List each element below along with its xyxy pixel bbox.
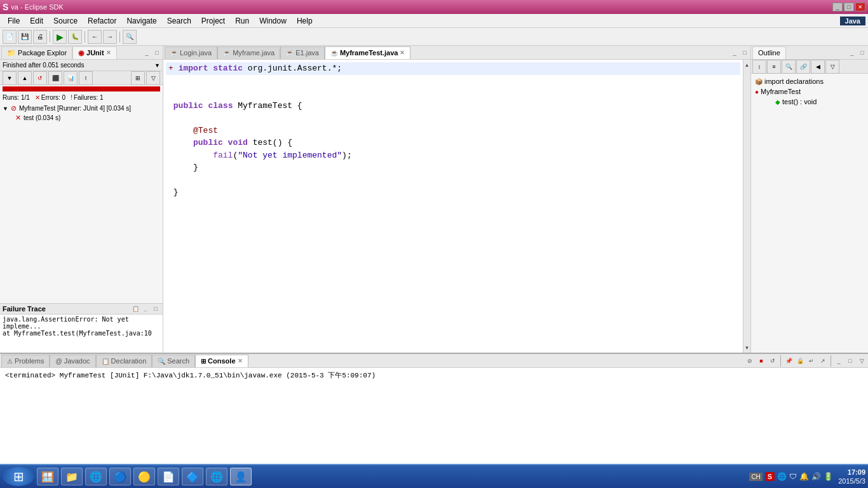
- outline-link-btn[interactable]: 🔗: [796, 60, 810, 74]
- failure-icon: !: [71, 94, 72, 101]
- junit-menu[interactable]: ▽: [146, 71, 160, 85]
- failure-trace-copy-btn[interactable]: 📋: [131, 304, 140, 313]
- menu-navigate[interactable]: Navigate: [121, 15, 161, 27]
- toolbar-sep1: [50, 31, 50, 43]
- menu-project[interactable]: Project: [196, 15, 230, 27]
- test-tree-root[interactable]: ▼ ⊘ MyframeTest [Runner: JUnit 4] [0.034…: [1, 104, 161, 113]
- run-button[interactable]: ▶: [53, 30, 67, 44]
- tab-login-java[interactable]: ☕ Login.java: [165, 46, 217, 59]
- tab-console[interactable]: ⊞ Console ✕: [195, 355, 248, 367]
- outline-method[interactable]: ◆ test() : void: [774, 97, 865, 107]
- taskbar-app-5[interactable]: 📄: [158, 468, 179, 485]
- editor-minimize-btn[interactable]: _: [730, 48, 739, 57]
- taskbar-app-4[interactable]: 🟡: [133, 468, 155, 485]
- tab-search[interactable]: 🔍 Search: [152, 355, 195, 367]
- console-word-wrap-btn[interactable]: ↵: [806, 356, 817, 366]
- junit-scroll-up[interactable]: ▲: [18, 71, 32, 85]
- outline-maximize-btn[interactable]: □: [858, 48, 867, 57]
- menu-help[interactable]: Help: [292, 15, 318, 27]
- back-button[interactable]: ←: [88, 30, 102, 44]
- scroll-up-arrow[interactable]: ▲: [745, 61, 750, 69]
- outline-content: 📦 import declarations ● MyframeTest ◆ te…: [751, 74, 868, 353]
- bottom-tabs: ⚠ Problems @ Javadoc 📋 Declaration 🔍 Sea…: [1, 355, 248, 367]
- tab-package-explorer[interactable]: 📁 Package Explor: [1, 46, 72, 59]
- taskbar-app-2[interactable]: 🌐: [85, 468, 107, 485]
- console-open-btn[interactable]: ↗: [818, 356, 828, 366]
- taskbar-app-0[interactable]: 🪟: [37, 468, 58, 485]
- taskbar-app-7[interactable]: 🌐: [206, 468, 227, 485]
- minimize-button[interactable]: _: [832, 3, 843, 11]
- outline-collapse-btn[interactable]: ◀: [811, 60, 825, 74]
- new-button[interactable]: 📄: [3, 30, 17, 44]
- print-button[interactable]: 🖨: [33, 30, 47, 44]
- start-button[interactable]: ⊞: [3, 467, 34, 486]
- perspective-java-badge[interactable]: Java: [840, 17, 865, 25]
- menu-source[interactable]: Source: [48, 15, 83, 27]
- outline-imports[interactable]: 📦 import declarations: [754, 76, 865, 86]
- outline-minimize-btn[interactable]: _: [848, 48, 857, 57]
- junit-hist[interactable]: 📊: [64, 71, 78, 85]
- code-line-1: + import static org.junit.Assert.*;: [166, 62, 740, 75]
- taskbar-app-6[interactable]: 🔷: [182, 468, 203, 485]
- save-button[interactable]: 💾: [18, 30, 32, 44]
- taskbar-app-1[interactable]: 📁: [61, 468, 83, 485]
- menu-run[interactable]: Run: [230, 15, 254, 27]
- code-line-3: [166, 87, 740, 100]
- menu-window[interactable]: Window: [254, 15, 292, 27]
- outline-filter-btn[interactable]: 🔍: [782, 60, 796, 74]
- tab-junit[interactable]: ◉ JUnit ✕: [72, 46, 117, 59]
- outline-menu-btn[interactable]: ▽: [825, 60, 839, 74]
- test-tree-child-0[interactable]: ✕ test (0.034 s): [14, 113, 161, 123]
- debug-button[interactable]: 🐛: [68, 30, 82, 44]
- editor-content[interactable]: + import static org.junit.Assert.*; publ…: [163, 60, 743, 353]
- outline-class[interactable]: ● MyframeTest: [754, 86, 865, 97]
- junit-layout[interactable]: ⊞: [131, 71, 145, 85]
- junit-show-only-fail[interactable]: !: [79, 71, 93, 85]
- console-pin-btn[interactable]: 📌: [783, 356, 794, 366]
- tab-outline[interactable]: Outline: [752, 46, 786, 59]
- editor-maximize-btn[interactable]: □: [740, 48, 749, 57]
- input-method-badge[interactable]: CH: [749, 473, 762, 481]
- forward-button[interactable]: →: [103, 30, 117, 44]
- junit-run-all[interactable]: ▼: [3, 71, 17, 85]
- menu-refactor[interactable]: Refactor: [83, 15, 121, 27]
- bottom-maximize-btn[interactable]: □: [845, 356, 855, 366]
- outline-sort-btn[interactable]: ↕: [752, 60, 766, 74]
- bottom-view-btn[interactable]: ▽: [857, 356, 867, 366]
- menu-edit[interactable]: Edit: [25, 15, 48, 27]
- console-scroll-lock-btn[interactable]: 🔒: [795, 356, 805, 366]
- editor-tabs: ☕ Login.java ☕ Myframe.java ☕ E1.java ☕ …: [165, 46, 410, 59]
- taskbar-app-eclipse[interactable]: 👤: [230, 468, 252, 485]
- junit-rerun-failed[interactable]: ↺: [33, 71, 47, 85]
- failure-trace-maximize-btn[interactable]: □: [151, 304, 160, 313]
- outline-categorize-btn[interactable]: ≡: [767, 60, 781, 74]
- menu-file[interactable]: File: [3, 15, 25, 27]
- console-clear-btn[interactable]: ⊘: [745, 356, 755, 366]
- bottom-minimize-btn[interactable]: _: [834, 356, 844, 366]
- tab-declaration[interactable]: 📋 Declaration: [96, 355, 153, 367]
- tab-e1-java[interactable]: ☕ E1.java: [280, 46, 325, 59]
- clock[interactable]: 17:09 2015/5/3: [838, 468, 865, 486]
- bottom-sep2: [831, 355, 831, 367]
- minimize-left-button[interactable]: _: [142, 48, 151, 57]
- maximize-left-button[interactable]: □: [153, 48, 161, 57]
- editor-tab-close-icon[interactable]: ✕: [400, 50, 405, 56]
- tab-myframe-java[interactable]: ☕ Myframe.java: [217, 46, 280, 59]
- console-terminate-btn[interactable]: ■: [756, 356, 766, 366]
- console-tab-close-icon[interactable]: ✕: [238, 358, 243, 364]
- tab-problems[interactable]: ⚠ Problems: [1, 355, 50, 367]
- scroll-down-arrow[interactable]: ▼: [745, 344, 750, 351]
- junit-stop[interactable]: ⬛: [48, 71, 62, 85]
- failure-trace-minimize-btn[interactable]: _: [141, 304, 150, 313]
- editor-scrollbar[interactable]: ▲ ▼: [743, 60, 750, 353]
- close-button[interactable]: ✕: [855, 3, 865, 11]
- tab-myframetest-java[interactable]: ☕ MyframeTest.java ✕: [325, 46, 411, 59]
- taskbar-app-3[interactable]: 🔵: [109, 468, 131, 485]
- menu-search[interactable]: Search: [162, 15, 196, 27]
- taskbar-app-icon-2: 🌐: [90, 471, 102, 483]
- junit-close-icon[interactable]: ✕: [106, 50, 111, 56]
- search-button[interactable]: 🔍: [123, 30, 137, 44]
- console-rerun-btn[interactable]: ↺: [768, 356, 778, 366]
- maximize-button[interactable]: □: [844, 3, 854, 11]
- tab-javadoc[interactable]: @ Javadoc: [50, 355, 95, 367]
